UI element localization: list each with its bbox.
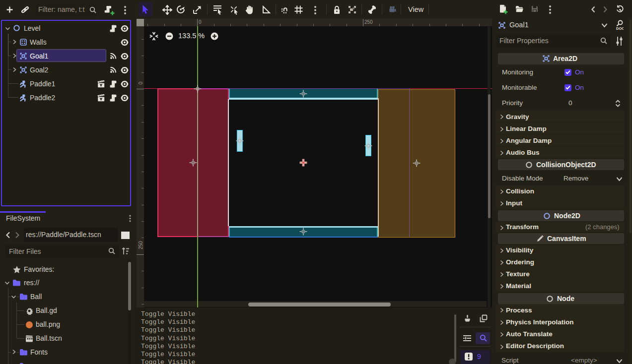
svg-text:DOC: DOC: [616, 26, 624, 31]
